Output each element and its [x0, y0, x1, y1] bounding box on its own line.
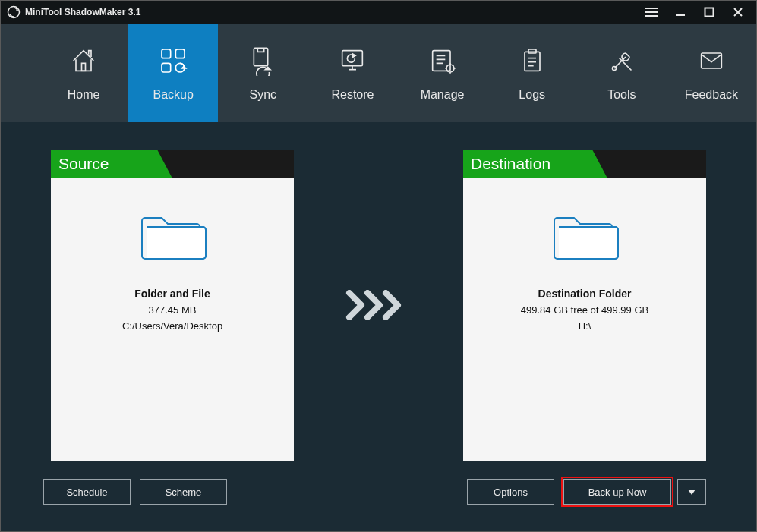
button-label: Options [494, 486, 528, 498]
restore-icon [336, 44, 369, 77]
caret-down-icon [688, 486, 695, 498]
bottom-bar: Schedule Scheme Options Back up Now [51, 479, 706, 517]
sync-icon [246, 44, 279, 77]
svg-marker-13 [352, 54, 355, 58]
backup-dropdown-button[interactable] [677, 479, 706, 505]
nav-label: Home [68, 88, 100, 102]
source-body: Folder and File 377.45 MB C:/Users/Vera/… [51, 178, 294, 461]
nav-home[interactable]: Home [39, 24, 128, 122]
destination-tab-label: Destination [471, 155, 550, 173]
app-title: MiniTool ShadowMaker 3.1 [25, 7, 140, 17]
destination-card[interactable]: Destination Destination Folder 499.84 GB… [463, 150, 706, 461]
source-tab-label: Source [58, 155, 109, 173]
cards-row: Source Folder and File 377.45 MB C:/User… [51, 150, 706, 461]
svg-rect-7 [162, 63, 171, 72]
source-tab: Source [51, 150, 157, 178]
svg-rect-14 [432, 51, 449, 71]
source-size: 377.45 MB [149, 304, 197, 316]
destination-body: Destination Folder 499.84 GB free of 499… [463, 178, 706, 461]
svg-rect-16 [525, 52, 540, 71]
svg-rect-19 [702, 53, 722, 68]
scheme-button[interactable]: Scheme [140, 479, 227, 505]
tools-icon [605, 44, 639, 77]
source-path: C:/Users/Vera/Desktop [122, 320, 222, 332]
nav-manage[interactable]: Manage [398, 24, 487, 122]
svg-marker-9 [182, 67, 186, 69]
minimize-icon[interactable] [668, 2, 692, 23]
button-label: Scheme [166, 486, 202, 498]
destination-title: Destination Folder [538, 288, 632, 300]
nav-label: Feedback [685, 88, 738, 102]
home-icon [67, 44, 100, 77]
backup-icon [156, 44, 190, 77]
nav-logs[interactable]: Logs [487, 24, 577, 122]
nav-sync[interactable]: Sync [218, 24, 308, 122]
source-title: Folder and File [134, 288, 210, 300]
schedule-button[interactable]: Schedule [43, 479, 131, 505]
svg-rect-3 [705, 8, 714, 17]
nav-label: Tools [607, 88, 636, 102]
arrow-icon [341, 290, 417, 320]
destination-size: 499.84 GB free of 499.99 GB [521, 304, 648, 316]
source-card[interactable]: Source Folder and File 377.45 MB C:/User… [51, 150, 294, 461]
nav-bar: Home Backup [1, 24, 756, 122]
folder-icon [550, 206, 620, 266]
title-bar: MiniTool ShadowMaker 3.1 [1, 1, 756, 24]
menu-icon[interactable] [639, 2, 664, 23]
nav-restore[interactable]: Restore [308, 24, 397, 122]
app-window: MiniTool ShadowMaker 3.1 Home [0, 0, 757, 532]
manage-icon [426, 44, 459, 77]
nav-backup[interactable]: Backup [128, 24, 218, 122]
content-area: Source Folder and File 377.45 MB C:/User… [1, 122, 756, 531]
svg-rect-5 [162, 49, 171, 58]
svg-rect-6 [176, 49, 185, 58]
card-stripe [604, 150, 706, 178]
destination-path: H:\ [579, 320, 591, 332]
button-label: Schedule [66, 486, 107, 498]
nav-label: Manage [421, 88, 465, 102]
nav-label: Backup [153, 88, 194, 102]
svg-rect-4 [82, 63, 86, 71]
nav-tools[interactable]: Tools [577, 24, 667, 122]
app-logo-icon [7, 5, 21, 19]
button-label: Back up Now [588, 486, 647, 498]
nav-label: Sync [250, 88, 277, 102]
nav-label: Logs [519, 88, 545, 102]
feedback-icon [695, 44, 728, 77]
close-icon[interactable] [726, 2, 750, 23]
svg-rect-10 [254, 48, 268, 65]
maximize-icon[interactable] [697, 2, 721, 23]
card-stripe [169, 150, 294, 178]
logs-icon [516, 44, 549, 77]
nav-feedback[interactable]: Feedback [667, 24, 756, 122]
folder-icon [137, 206, 207, 266]
backup-now-button[interactable]: Back up Now [563, 479, 671, 505]
nav-label: Restore [331, 88, 374, 102]
options-button[interactable]: Options [467, 479, 554, 505]
svg-marker-20 [688, 490, 695, 495]
destination-tab: Destination [463, 150, 592, 178]
